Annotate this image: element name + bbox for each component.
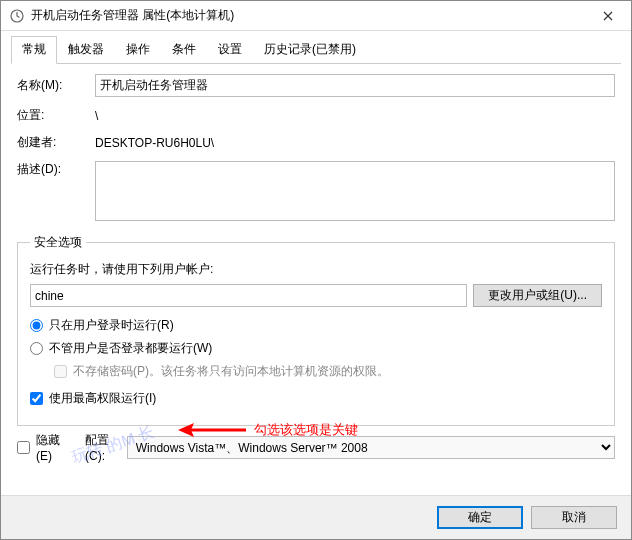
radio-logged-on-row[interactable]: 只在用户登录时运行(R) (30, 317, 602, 334)
description-input[interactable] (95, 161, 615, 221)
cancel-button[interactable]: 取消 (531, 506, 617, 529)
highest-privileges-label: 使用最高权限运行(I) (49, 390, 156, 407)
creator-value: DESKTOP-RU6H0LU\ (95, 136, 615, 150)
change-user-button[interactable]: 更改用户或组(U)... (473, 284, 602, 307)
tab-general[interactable]: 常规 (11, 36, 57, 64)
properties-dialog: 开机启动任务管理器 属性(本地计算机) 常规 触发器 操作 条件 设置 历史记录… (0, 0, 632, 540)
tab-strip: 常规 触发器 操作 条件 设置 历史记录(已禁用) (11, 35, 621, 64)
security-options-group: 安全选项 运行任务时，请使用下列用户帐户: 更改用户或组(U)... 只在用户登… (17, 234, 615, 426)
general-panel: 名称(M): 位置: \ 创建者: DESKTOP-RU6H0LU\ 描述(D)… (11, 64, 621, 495)
hidden-checkbox[interactable] (17, 441, 30, 454)
radio-any-time-row[interactable]: 不管用户是否登录都要运行(W) (30, 340, 602, 357)
radio-any-time-label: 不管用户是否登录都要运行(W) (49, 340, 212, 357)
tab-settings[interactable]: 设置 (207, 36, 253, 64)
account-input[interactable] (30, 284, 467, 307)
creator-label: 创建者: (17, 134, 95, 151)
tab-conditions[interactable]: 条件 (161, 36, 207, 64)
highest-privileges-row[interactable]: 使用最高权限运行(I) (30, 390, 602, 407)
radio-logged-on[interactable] (30, 319, 43, 332)
no-store-password-checkbox (54, 365, 67, 378)
description-label: 描述(D): (17, 161, 95, 178)
tab-actions[interactable]: 操作 (115, 36, 161, 64)
no-store-password-row: 不存储密码(P)。该任务将只有访问本地计算机资源的权限。 (54, 363, 602, 380)
highest-privileges-checkbox[interactable] (30, 392, 43, 405)
hidden-row[interactable]: 隐藏(E) (17, 432, 65, 463)
radio-logged-on-label: 只在用户登录时运行(R) (49, 317, 174, 334)
tab-triggers[interactable]: 触发器 (57, 36, 115, 64)
configure-label: 配置(C): (85, 432, 121, 463)
window-title: 开机启动任务管理器 属性(本地计算机) (31, 7, 585, 24)
ok-button[interactable]: 确定 (437, 506, 523, 529)
hidden-label: 隐藏(E) (36, 432, 65, 463)
tab-history[interactable]: 历史记录(已禁用) (253, 36, 367, 64)
no-store-password-label: 不存储密码(P)。该任务将只有访问本地计算机资源的权限。 (73, 363, 389, 380)
security-legend: 安全选项 (30, 234, 86, 251)
close-button[interactable] (585, 1, 631, 31)
name-label: 名称(M): (17, 77, 95, 94)
dialog-footer: 确定 取消 (1, 495, 631, 539)
close-icon (603, 11, 613, 21)
title-bar: 开机启动任务管理器 属性(本地计算机) (1, 1, 631, 31)
name-input[interactable] (95, 74, 615, 97)
security-prompt: 运行任务时，请使用下列用户帐户: (30, 261, 602, 278)
content-area: 常规 触发器 操作 条件 设置 历史记录(已禁用) 名称(M): 位置: \ 创… (1, 31, 631, 495)
app-clock-icon (9, 8, 25, 24)
radio-any-time[interactable] (30, 342, 43, 355)
location-value: \ (95, 109, 615, 123)
configure-select[interactable]: Windows Vista™、Windows Server™ 2008 (127, 436, 615, 459)
location-label: 位置: (17, 107, 95, 124)
